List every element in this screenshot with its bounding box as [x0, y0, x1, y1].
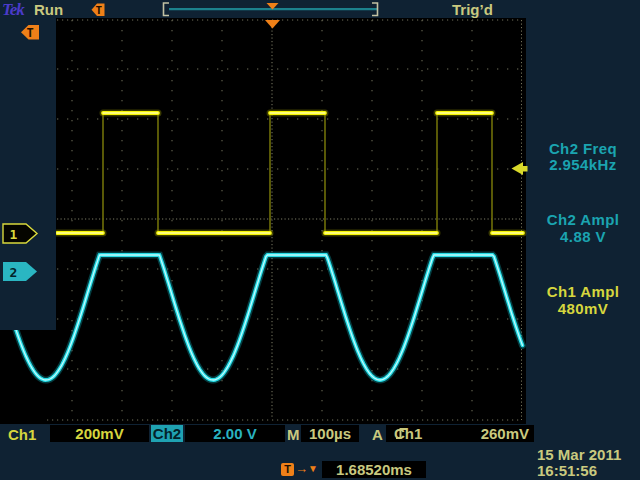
- ch1-scale-box[interactable]: 200mV: [50, 425, 149, 442]
- delay-marker-icon: ▼: [308, 463, 318, 474]
- trigger-level-value: 260mV: [481, 425, 529, 442]
- measurement-ch1-ampl-label: Ch1 Ampl: [528, 284, 638, 300]
- delay-arrow-icon: →: [295, 461, 308, 476]
- ch2-scale-box[interactable]: 2.00 V: [185, 425, 285, 442]
- ch2-marker-label: 2: [10, 265, 18, 280]
- left-margin-panel: [0, 18, 56, 330]
- trigger-a-label: A: [372, 427, 383, 443]
- ch1-trace-edges: [103, 113, 492, 233]
- delay-trigger-icon: T: [281, 463, 294, 476]
- trigger-flag-letter: T: [27, 26, 34, 40]
- trigger-position-icon[interactable]: [265, 20, 280, 29]
- ch1-trace-glow: [57, 113, 523, 233]
- ch1-trace: [57, 113, 523, 233]
- oscilloscope-screen: Tek Run Trig’d T: [0, 0, 640, 480]
- ch1-label: Ch1: [8, 427, 36, 443]
- record-bar: T: [92, 3, 378, 17]
- record-left-bracket: [164, 3, 170, 16]
- grid: [47, 20, 522, 420]
- record-trigger-letter: T: [96, 4, 103, 17]
- ch1-trace-core: [57, 113, 523, 233]
- ch1-marker-label: 1: [10, 227, 18, 242]
- ch2-selected-tab[interactable]: Ch2: [151, 425, 183, 442]
- measurement-ch2-freq-value: 2.954kHz: [528, 157, 638, 173]
- measurement-ch2-ampl-value: 4.88 V: [528, 229, 638, 245]
- timebase-box[interactable]: 100µs: [301, 425, 359, 442]
- ch2-trace-glow: [14, 255, 523, 380]
- delay-readout-box[interactable]: 1.68520ms: [322, 461, 426, 478]
- measurement-ch2-freq-label: Ch2 Freq: [528, 141, 638, 157]
- trigger-level-icon[interactable]: [512, 162, 528, 175]
- measurement-ch2-ampl-label: Ch2 Ampl: [528, 212, 638, 228]
- trigger-info-box[interactable]: Ch1 260mV: [386, 425, 534, 442]
- timebase-label: M: [287, 427, 300, 443]
- time-text: 16:51:56: [537, 462, 597, 479]
- rising-edge-icon: [395, 426, 408, 441]
- date-text: 15 Mar 2011: [537, 446, 621, 463]
- measurement-ch1-ampl-value: 480mV: [528, 301, 638, 317]
